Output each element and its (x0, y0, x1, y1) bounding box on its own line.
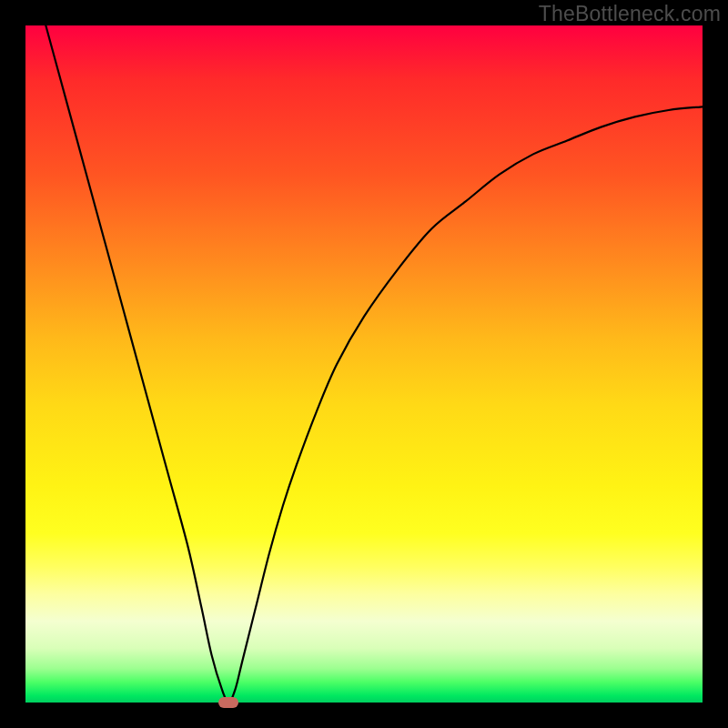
optimal-point-marker (218, 697, 238, 708)
curve-svg (25, 25, 703, 703)
bottleneck-curve (46, 25, 703, 703)
chart-frame: TheBottleneck.com (0, 0, 728, 728)
watermark-text: TheBottleneck.com (539, 2, 721, 26)
plot-area (25, 25, 703, 703)
